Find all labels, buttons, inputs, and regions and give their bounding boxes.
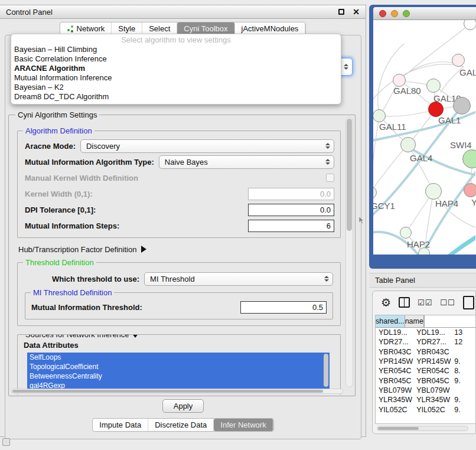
network-node[interactable]: [400, 227, 412, 239]
node-table: shared... name YDL19... YDL19... 13 YDR2…: [375, 315, 475, 424]
hub-definition-section[interactable]: Hub/Transcription Factor Definition: [18, 243, 341, 255]
dock-panel-icon[interactable]: [2, 438, 10, 446]
bottom-tab[interactable]: Discretize Data: [148, 419, 214, 431]
algorithm-option[interactable]: Basic Correlation Inference: [11, 54, 341, 64]
network-node[interactable]: [452, 54, 465, 67]
network-node-label: GAL11: [379, 122, 406, 132]
table-column-header[interactable]: name: [405, 315, 424, 327]
settings-vertical-scrollbar[interactable]: [345, 117, 353, 387]
network-node[interactable]: [373, 186, 377, 199]
table-column-header[interactable]: [424, 315, 425, 327]
mi-steps-value: 6: [327, 221, 331, 230]
attribute-list-item[interactable]: SelfLoops: [27, 353, 330, 362]
table-row[interactable]: YDR27... YDR27... 12: [376, 337, 475, 347]
table-cell: 9.: [451, 395, 475, 405]
tab[interactable]: Style: [112, 22, 142, 35]
bottom-tab[interactable]: Infer Network: [214, 419, 273, 431]
network-node-label: HAP4: [435, 198, 458, 208]
mi-threshold-value: 0.5: [312, 303, 323, 312]
aracne-mode-label: Aracne Mode:: [25, 142, 76, 151]
table-cell: YDL19...: [376, 328, 413, 337]
minimize-traffic-light-icon[interactable]: [391, 10, 398, 17]
network-canvas[interactable]: GAL GAL80 GAL10 GAL1: [373, 20, 476, 255]
network-nodes-layer: GAL GAL80 GAL10 GAL1: [373, 20, 476, 255]
table-row[interactable]: YLR345W YLR345W 9.: [376, 395, 475, 405]
table-cell: YPR145W: [413, 357, 451, 366]
mi-threshold-group-title: MI Threshold Definition: [31, 288, 114, 297]
mi-type-combobox[interactable]: Naive Bayes: [159, 155, 334, 169]
network-window-titlebar[interactable]: [373, 7, 476, 20]
which-threshold-combobox[interactable]: MI Threshold: [144, 272, 333, 286]
network-node[interactable]: [462, 149, 476, 168]
table-horizontal-scrollbar[interactable]: [377, 426, 468, 431]
table-cell: YBR045C: [376, 376, 413, 385]
table-panel: ⚙ ☑☑ ☐☐ shared... name YDL19... YDL19...…: [372, 291, 476, 434]
tab-label: Cyni Toolbox: [184, 24, 227, 33]
data-attributes-label: Data Attributes: [24, 341, 333, 350]
kernel-width-field[interactable]: 0.0: [248, 188, 334, 200]
mi-type-label: Mutual Information Algorithm Type:: [25, 158, 154, 167]
table-row[interactable]: YDL19... YDL19... 13: [376, 328, 475, 337]
table-toolbar-icon[interactable]: [463, 296, 474, 309]
settings-horizontal-scrollbar[interactable]: [11, 389, 343, 394]
table-row[interactable]: YBR045C YBR045C 9.: [376, 376, 475, 385]
table-row[interactable]: YER054C YER054C 8.: [376, 366, 475, 376]
algorithm-option[interactable]: Bayesian – Hill Climbing: [11, 45, 341, 54]
manual-kernel-checkbox[interactable]: [326, 174, 334, 182]
control-panel: Control Panel ✕ Network Style Select: [0, 5, 366, 437]
mi-threshold-field[interactable]: 0.5: [240, 301, 327, 314]
table-cell: YBR043C: [413, 347, 451, 357]
table-row[interactable]: YIL052C YIL052C 9.: [376, 405, 475, 414]
algorithm-option[interactable]: Dream8 DC_TDC Algorithm: [11, 92, 341, 102]
algorithm-option[interactable]: Bayesian – K2: [11, 83, 341, 92]
attribute-list-item[interactable]: BetweennessCentrality: [27, 371, 330, 381]
tab[interactable]: Select: [142, 22, 177, 35]
network-node[interactable]: [373, 109, 386, 122]
table-cell: YBR043C: [376, 347, 413, 357]
table-toolbar-icon[interactable]: ⚙: [381, 296, 391, 309]
network-node[interactable]: [464, 183, 476, 197]
apply-button[interactable]: Apply: [162, 399, 204, 413]
close-traffic-light-icon[interactable]: [379, 10, 386, 17]
float-window-icon[interactable]: [338, 9, 344, 15]
cyni-algorithm-settings-group: Cyni Algorithm Settings Algorithm Defini…: [8, 115, 356, 396]
sources-group-title[interactable]: Sources for Network Inference: [23, 334, 141, 339]
network-node[interactable]: [464, 20, 476, 30]
algorithm-option[interactable]: Mutual Information Inference: [11, 73, 341, 83]
table-toolbar-icon[interactable]: ☐☐: [440, 298, 455, 307]
table-panel-title: Table Panel: [375, 276, 415, 285]
tab[interactable]: Cyni Toolbox: [177, 22, 234, 35]
close-icon[interactable]: ✕: [353, 8, 360, 16]
mi-threshold-label: Mutual Information Threshold:: [31, 303, 142, 312]
bottom-tab[interactable]: Impute Data: [93, 419, 148, 431]
aracne-mode-combobox[interactable]: Discovery: [80, 139, 334, 153]
table-cell: [451, 347, 475, 357]
algorithm-definition-group: Algorithm Definition Aracne Mode: Discov…: [17, 131, 341, 238]
algorithm-option[interactable]: ARACNE Algorithm: [11, 64, 341, 73]
zoom-traffic-light-icon[interactable]: [403, 10, 410, 17]
dpi-tolerance-field[interactable]: 0.0: [248, 204, 334, 216]
network-node[interactable]: [453, 97, 471, 115]
list-scrollbar[interactable]: [324, 354, 328, 387]
network-node[interactable]: [426, 79, 441, 93]
table-column-header[interactable]: shared...: [376, 315, 405, 327]
network-node[interactable]: [425, 183, 442, 200]
table-toolbar-icon[interactable]: ☑☑: [418, 298, 432, 307]
chevron-right-icon[interactable]: [141, 246, 146, 253]
network-node[interactable]: [400, 137, 416, 152]
bottom-tabbar: Impute Data Discretize Data Infer Networ…: [5, 418, 361, 432]
tab[interactable]: jActiveMNodules: [235, 22, 306, 35]
table-toolbar-icon[interactable]: [399, 297, 410, 308]
table-row[interactable]: YPR145W YPR145W 9.: [376, 357, 475, 366]
stepper-arrows-icon: [324, 159, 334, 165]
mi-threshold-row: Mutual Information Threshold: 0.5: [31, 300, 327, 314]
mi-steps-field[interactable]: 6: [248, 220, 334, 232]
table-cell: YBR045C: [413, 376, 451, 385]
network-node[interactable]: [393, 74, 406, 87]
network-node-label: GAL4: [410, 153, 432, 163]
tab[interactable]: Network: [60, 22, 112, 35]
table-row[interactable]: YBR043C YBR043C: [376, 347, 475, 357]
network-icon: [67, 25, 74, 32]
table-row[interactable]: YBL079W YBL079W: [376, 386, 475, 395]
attribute-list-item[interactable]: TopologicalCoefficient: [27, 362, 330, 371]
